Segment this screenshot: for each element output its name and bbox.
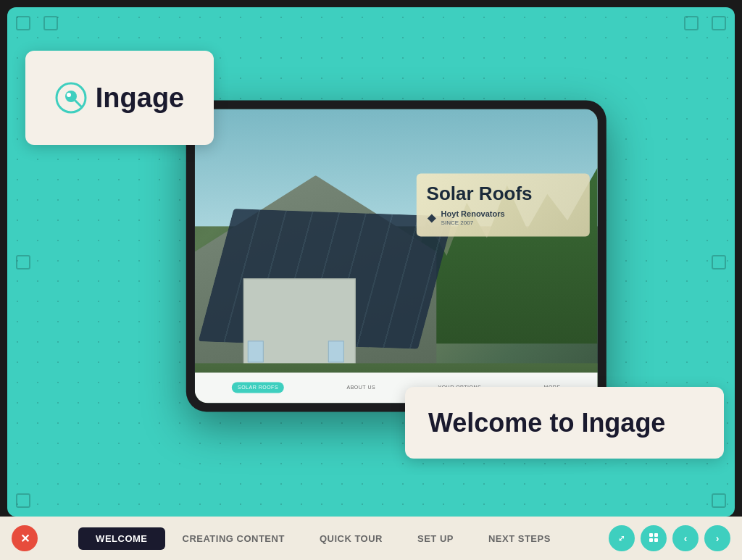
deco-square-tl [16, 16, 30, 30]
bottom-navigation: ✕ WELCOME CREATING CONTENT QUICK TOUR SE… [0, 517, 742, 560]
main-content: Ingage [0, 0, 742, 517]
tablet-photo: Solar Roofs Hoyt Renovators SINCE 2007 [195, 109, 598, 403]
deco-sq-ml [16, 255, 30, 269]
tab-set-up[interactable]: SET UP [400, 527, 471, 550]
hoyt-name: Hoyt Renovators [441, 210, 505, 219]
deco-sq-tr [712, 16, 726, 30]
solar-roofs-title: Solar Roofs [427, 183, 580, 204]
app-frame: Ingage [0, 0, 742, 560]
close-icon: ✕ [20, 532, 30, 546]
tab-creating-content[interactable]: CREATING CONTENT [165, 527, 302, 550]
svg-rect-8 [654, 538, 658, 542]
next-button[interactable]: › [704, 525, 730, 551]
svg-marker-4 [428, 214, 436, 222]
close-button[interactable]: ✕ [12, 525, 38, 551]
tab-next-steps[interactable]: NEXT STEPS [471, 527, 568, 550]
shrink-button[interactable]: ⤢ [609, 525, 635, 551]
welcome-heading: Welcome to Ingage [428, 407, 701, 438]
svg-rect-7 [649, 538, 653, 542]
tab-quick-tour[interactable]: QUICK TOUR [302, 527, 400, 550]
deco-sq-br [712, 493, 726, 508]
logo-card: Ingage [25, 51, 214, 145]
deco-sq1 [43, 16, 58, 30]
tablet-nav-about[interactable]: ABOUT US [346, 385, 375, 390]
window-left [248, 340, 264, 362]
nav-controls: ⤢ ‹ › [609, 525, 730, 551]
svg-line-2 [75, 101, 81, 106]
deco-sq-mr [712, 255, 726, 269]
solar-roofs-card: Solar Roofs Hoyt Renovators SINCE 2007 [417, 173, 590, 237]
deco-sq-bl [16, 493, 30, 508]
deco-sq2 [684, 16, 699, 30]
grid-icon [649, 532, 659, 545]
svg-rect-5 [649, 533, 653, 537]
shrink-icon: ⤢ [618, 534, 625, 543]
tablet-nav-solar[interactable]: SOLAR ROOFS [232, 382, 284, 393]
tablet-device: Solar Roofs Hoyt Renovators SINCE 2007 [186, 100, 606, 411]
house-facade [243, 278, 357, 367]
tab-welcome[interactable]: WELCOME [78, 527, 164, 550]
ingage-logo-icon [55, 82, 87, 114]
tablet-body: Solar Roofs Hoyt Renovators SINCE 2007 [186, 100, 606, 411]
hoyt-icon [427, 213, 437, 223]
chevron-left-icon: ‹ [684, 532, 688, 544]
hoyt-brand: Hoyt Renovators SINCE 2007 [427, 210, 580, 227]
hoyt-since: SINCE 2007 [441, 220, 505, 227]
svg-point-3 [67, 93, 71, 97]
tablet-screen: Solar Roofs Hoyt Renovators SINCE 2007 [195, 109, 598, 403]
svg-rect-6 [654, 533, 658, 537]
logo-text: Ingage [96, 83, 184, 114]
grid-button[interactable] [641, 525, 667, 551]
teal-background: Ingage [7, 7, 735, 517]
chevron-right-icon: › [716, 532, 720, 544]
nav-tabs-container: WELCOME CREATING CONTENT QUICK TOUR SET … [78, 527, 568, 550]
prev-button[interactable]: ‹ [672, 525, 699, 551]
welcome-card: Welcome to Ingage [405, 387, 724, 459]
window-right [328, 340, 344, 362]
